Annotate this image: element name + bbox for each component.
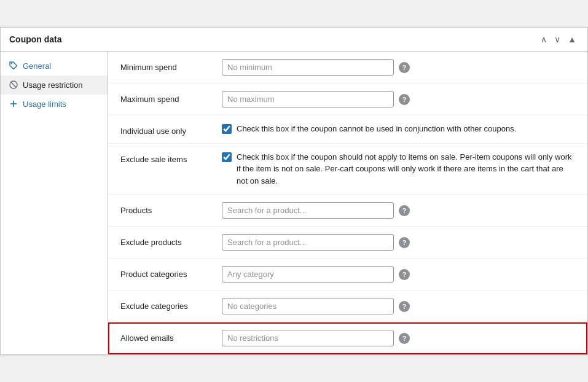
- products-control: ?: [222, 202, 575, 219]
- exclude-products-row: Exclude products ?: [108, 227, 587, 259]
- exclude-products-label: Exclude products: [120, 234, 222, 247]
- minimum-spend-control: ?: [222, 59, 575, 76]
- exclude-sale-checkbox-wrap: Check this box if the coupon should not …: [222, 151, 575, 187]
- exclude-products-search-input[interactable]: [222, 234, 394, 251]
- exclude-categories-help[interactable]: ?: [399, 301, 410, 312]
- sidebar: General Usage restriction: [1, 52, 108, 355]
- maximum-spend-row: Maximum spend ?: [108, 84, 587, 115]
- exclude-products-help[interactable]: ?: [399, 237, 410, 248]
- sidebar-label-usage-restriction: Usage restriction: [23, 80, 83, 90]
- individual-use-row: Individual use only Check this box if th…: [108, 115, 587, 144]
- exclude-sale-checkbox[interactable]: [222, 152, 232, 162]
- product-categories-row: Product categories ?: [108, 259, 587, 290]
- exclude-sale-label: Exclude sale items: [120, 151, 222, 164]
- allowed-emails-help[interactable]: ?: [399, 333, 410, 344]
- exclude-categories-row: Exclude categories ?: [108, 290, 587, 322]
- individual-use-label: Individual use only: [120, 123, 222, 136]
- toggle-button[interactable]: ▲: [565, 34, 579, 45]
- form-content: Minimum spend ? Maximum spend ? Individu…: [108, 52, 587, 355]
- individual-use-text: Check this box if the coupon cannot be u…: [237, 123, 516, 135]
- individual-use-control: Check this box if the coupon cannot be u…: [222, 123, 575, 135]
- allowed-emails-control: ?: [222, 330, 575, 346]
- plus-icon: [9, 99, 18, 108]
- exclude-sale-text: Check this box if the coupon should not …: [237, 151, 575, 187]
- exclude-sale-control: Check this box if the coupon should not …: [222, 151, 575, 187]
- sidebar-label-usage-limits: Usage limits: [23, 99, 66, 109]
- products-help[interactable]: ?: [399, 205, 410, 216]
- collapse-up-button[interactable]: ∧: [538, 34, 549, 45]
- panel-header: Coupon data ∧ ∨ ▲: [1, 28, 587, 52]
- allowed-emails-label: Allowed emails: [120, 330, 222, 343]
- product-categories-control: ?: [222, 266, 575, 283]
- sidebar-label-general: General: [23, 61, 51, 71]
- minimum-spend-label: Minimum spend: [120, 59, 222, 72]
- minimum-spend-row: Minimum spend ?: [108, 52, 587, 84]
- products-search-input[interactable]: [222, 202, 394, 219]
- allowed-emails-row: Allowed emails ?: [108, 322, 587, 354]
- product-categories-help[interactable]: ?: [399, 269, 410, 280]
- sidebar-item-usage-limits[interactable]: Usage limits: [1, 95, 108, 114]
- products-label: Products: [120, 202, 222, 215]
- products-row: Products ?: [108, 195, 587, 227]
- sidebar-item-usage-restriction[interactable]: Usage restriction: [1, 76, 108, 95]
- coupon-panel: Coupon data ∧ ∨ ▲ General: [0, 27, 588, 356]
- tag-icon: [9, 61, 18, 70]
- product-categories-label: Product categories: [120, 266, 222, 279]
- exclude-sale-row: Exclude sale items Check this box if the…: [108, 144, 587, 195]
- individual-use-checkbox[interactable]: [222, 124, 232, 134]
- svg-point-0: [11, 63, 12, 64]
- allowed-emails-input[interactable]: [222, 330, 394, 346]
- sidebar-item-general[interactable]: General: [1, 57, 108, 76]
- panel-body: General Usage restriction: [1, 52, 587, 355]
- svg-line-2: [11, 82, 17, 88]
- maximum-spend-help[interactable]: ?: [399, 94, 410, 105]
- product-categories-input[interactable]: [222, 266, 394, 283]
- minimum-spend-help[interactable]: ?: [399, 62, 410, 73]
- individual-use-checkbox-wrap: Check this box if the coupon cannot be u…: [222, 123, 516, 135]
- minimum-spend-input[interactable]: [222, 59, 394, 76]
- header-controls: ∧ ∨ ▲: [538, 34, 579, 45]
- maximum-spend-label: Maximum spend: [120, 91, 222, 104]
- exclude-products-control: ?: [222, 234, 575, 251]
- exclude-categories-input[interactable]: [222, 298, 394, 314]
- ban-icon: [9, 80, 18, 89]
- exclude-categories-label: Exclude categories: [120, 298, 222, 311]
- exclude-categories-control: ?: [222, 298, 575, 314]
- maximum-spend-control: ?: [222, 91, 575, 107]
- panel-title: Coupon data: [9, 34, 62, 44]
- collapse-down-button[interactable]: ∨: [552, 34, 563, 45]
- maximum-spend-input[interactable]: [222, 91, 394, 107]
